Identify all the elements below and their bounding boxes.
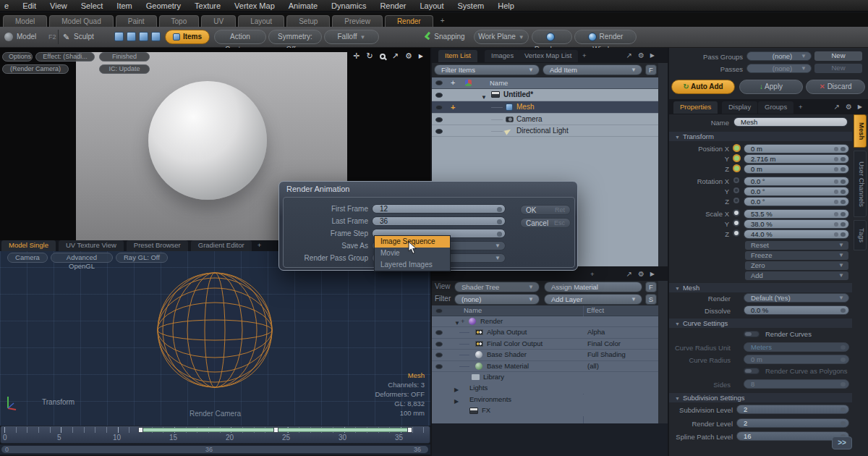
expand-icon[interactable]: ↗ (626, 51, 631, 59)
render-dropdown[interactable]: Default (Yes)▼ (744, 293, 849, 303)
falloff-button[interactable]: Falloff▼ (324, 30, 379, 44)
eye-icon[interactable] (435, 117, 443, 122)
component-mode-edges-icon[interactable] (127, 32, 136, 41)
range-scroll-thumb[interactable] (1, 446, 428, 453)
position-x-channel-toggle[interactable] (733, 144, 741, 152)
layout-tab-uv[interactable]: UV (201, 15, 236, 27)
scale-x-field[interactable]: 53.5 % (744, 209, 849, 219)
keyframe-dot-icon[interactable] (834, 167, 838, 172)
layout-tab-preview[interactable]: Preview (332, 15, 383, 27)
layout-tab-topo[interactable]: Topo (159, 15, 200, 27)
shader-row-library[interactable]: Library (432, 372, 658, 383)
menu-item-layout[interactable]: Layout (420, 1, 443, 10)
envelope-icon[interactable] (841, 408, 846, 412)
rotation-z-field[interactable]: 0.0 ° (744, 197, 849, 206)
component-mode-materials-icon[interactable] (151, 32, 161, 41)
layout-tab-model[interactable]: Model (3, 15, 47, 27)
shader-row-base-material[interactable]: Base Material (all) (432, 361, 658, 372)
ok-button[interactable]: OKRet (520, 205, 571, 215)
preview-ic-update-button[interactable]: IC: Update (99, 64, 150, 74)
add-layout-tab-button[interactable]: + (435, 15, 450, 27)
sides-field[interactable]: 8 (744, 379, 849, 389)
rotate-icon[interactable]: ↻ (367, 51, 373, 61)
layout-tab-setup[interactable]: Setup (286, 15, 330, 27)
rotation-y-channel-toggle[interactable] (733, 187, 739, 193)
item-row-scene[interactable]: ▼ Untitled* (432, 89, 658, 101)
first-frame-input[interactable]: 12 (372, 204, 506, 214)
panel-menu-arrow-icon[interactable]: ▶ (858, 104, 862, 110)
action-center-button[interactable]: Action Center▼ (214, 30, 266, 44)
tab-item-list[interactable]: Item List (438, 50, 477, 62)
mesh-item-name[interactable]: Mesh (516, 101, 534, 113)
eye-icon[interactable] (435, 342, 443, 347)
envelope-icon[interactable] (841, 157, 846, 161)
menu-option-layered-images[interactable]: Layered Images (375, 259, 450, 271)
toolbar-model-label[interactable]: Model (17, 33, 36, 41)
panel-menu-arrow-icon[interactable]: ▶ (650, 271, 655, 277)
expand-icon[interactable]: ↗ (392, 51, 399, 61)
preview-finished-button[interactable]: Finished (99, 52, 150, 62)
panel-menu-arrow-icon[interactable]: ▶ (650, 52, 655, 59)
eye-icon[interactable] (435, 330, 443, 335)
component-mode-polygons-icon[interactable] (139, 32, 148, 41)
item-row-directional-light[interactable]: Directional Light (432, 125, 658, 137)
range-end-handle[interactable] (407, 427, 412, 433)
shader-row-effect[interactable]: Alpha (587, 327, 605, 337)
shader-row-effect[interactable]: Final Color (587, 339, 621, 349)
menu-item-help[interactable]: Help (498, 1, 514, 10)
reset-button[interactable]: Reset▼ (745, 241, 848, 250)
tab-properties[interactable]: Properties (673, 101, 718, 114)
subdivision-settings-header[interactable]: ▼Subdivision Settings (669, 393, 852, 402)
work-plane-button[interactable]: Work Plane▼ (474, 30, 529, 44)
frame-range-scrollbar[interactable]: 0 36 36 (0, 444, 430, 455)
menu-item-system[interactable]: System (458, 1, 485, 10)
cancel-button[interactable]: CancelEsc (520, 218, 571, 228)
passes-dropdown[interactable]: (none)▼ (746, 64, 812, 73)
symmetry-button[interactable]: Symmetry: Off▼ (268, 30, 322, 44)
subdivision-level-field[interactable]: 2 (736, 405, 849, 414)
viewport-raygl-button[interactable]: Ray GL: Off (116, 253, 168, 263)
layout-tab-model-quad[interactable]: Model Quad (49, 15, 113, 27)
position-y-field[interactable]: 2.716 m (744, 154, 849, 164)
shader-tree-scrollbar[interactable] (658, 281, 668, 423)
tab-uv-texture-view[interactable]: UV Texture View (59, 240, 124, 251)
shader-row-name[interactable]: Environments (469, 394, 511, 405)
position-z-channel-toggle[interactable] (733, 164, 741, 172)
shader-row-name[interactable]: Final Color Output (487, 339, 542, 349)
shader-row-fx[interactable]: FX (432, 405, 658, 416)
expand-icon[interactable]: ↗ (626, 270, 631, 278)
envelope-icon[interactable] (841, 222, 846, 227)
keyframe-dot-icon[interactable] (834, 212, 838, 216)
plus-icon[interactable]: + (461, 316, 465, 326)
layout-tab-layout[interactable]: Layout (238, 15, 284, 27)
transform-tool-label[interactable]: Transform (42, 398, 75, 406)
add-item-list-tab-button[interactable]: + (576, 50, 593, 62)
item-list-scrollbar[interactable] (658, 63, 668, 266)
shader-name-column[interactable]: Name (464, 306, 482, 314)
light-item-name[interactable]: Directional Light (516, 125, 569, 137)
shader-row-name[interactable]: Base Material (487, 361, 529, 371)
eye-icon[interactable] (435, 105, 443, 110)
shader-row-alpha-output[interactable]: Alpha Output Alpha (432, 327, 658, 339)
rotation-x-field[interactable]: 0.0 ° (744, 177, 849, 186)
envelope-icon[interactable] (841, 180, 846, 184)
scale-z-field[interactable]: 44.0 % (744, 229, 849, 239)
rotation-y-field[interactable]: 0.0 ° (744, 187, 849, 196)
envelope-icon[interactable] (497, 232, 502, 237)
preview-camera-button[interactable]: (Render Camera) (2, 64, 69, 74)
envelope-icon[interactable] (841, 147, 846, 151)
shader-row-render[interactable]: ▼ + Render (432, 316, 658, 327)
component-mode-vertices-icon[interactable] (114, 32, 124, 41)
item-list-f-button[interactable]: F (645, 64, 657, 75)
expand-arrow-icon[interactable]: ▶ (454, 385, 459, 395)
shader-row-final-color-output[interactable]: Final Color Output Final Color (432, 339, 658, 350)
keyframe-dot-icon[interactable] (834, 180, 838, 184)
scene-name[interactable]: Untitled* (503, 89, 533, 101)
add-properties-tab-button[interactable]: + (792, 101, 809, 114)
rotation-x-channel-toggle[interactable] (733, 177, 739, 183)
zero-button[interactable]: Zero▼ (745, 261, 848, 270)
tab-preset-browser[interactable]: Preset Browser (127, 240, 188, 251)
wireframe-sphere[interactable] (154, 269, 276, 391)
envelope-icon[interactable] (841, 232, 846, 237)
layout-tab-paint[interactable]: Paint (116, 15, 157, 27)
